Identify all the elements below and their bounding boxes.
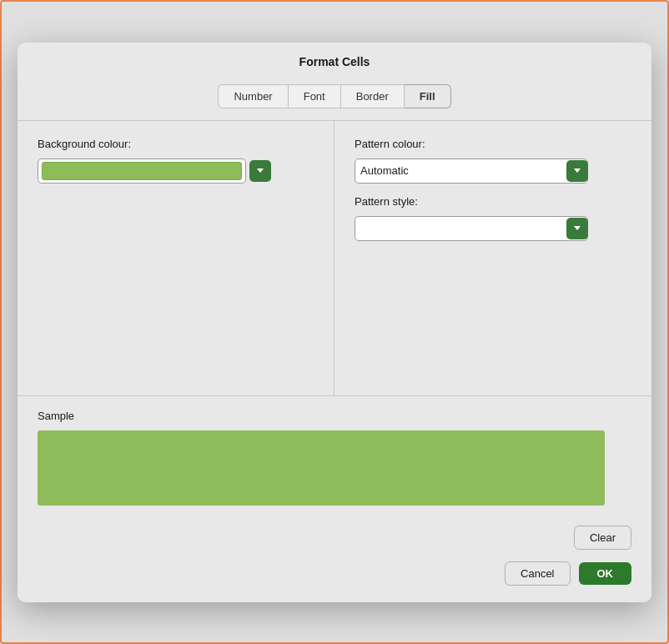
- dialog-titlebar: Format Cells: [18, 43, 651, 78]
- pattern-panel: Pattern colour: Automatic Pattern style:: [334, 121, 651, 395]
- tab-number[interactable]: Number: [218, 84, 288, 108]
- cancel-button[interactable]: Cancel: [505, 561, 570, 586]
- pattern-style-label: Pattern style:: [355, 195, 631, 208]
- tab-font[interactable]: Font: [289, 84, 341, 108]
- pattern-style-dropdown-button[interactable]: [566, 218, 588, 239]
- tab-fill[interactable]: Fill: [405, 84, 451, 108]
- dialog-title: Format Cells: [299, 55, 370, 68]
- color-swatch: [42, 162, 242, 180]
- upper-section: Background colour: Pattern colour:: [18, 120, 651, 395]
- tab-border[interactable]: Border: [341, 84, 405, 108]
- sample-box: [38, 430, 605, 506]
- format-cells-dialog: Format Cells Number Font Border Fill: [18, 43, 651, 602]
- clear-row: Clear: [18, 522, 651, 550]
- chevron-down-icon: [574, 169, 581, 173]
- tabs-row: Number Font Border Fill: [18, 78, 651, 120]
- background-colour-panel: Background colour:: [18, 121, 334, 395]
- sample-label: Sample: [38, 410, 631, 422]
- pattern-colour-value: Automatic: [360, 164, 582, 177]
- pattern-colour-dropdown-button[interactable]: [566, 160, 588, 182]
- sample-section: Sample: [18, 395, 651, 522]
- button-row: Cancel OK: [18, 550, 651, 602]
- background-colour-dropdown: [38, 158, 271, 184]
- background-colour-dropdown-button[interactable]: [249, 160, 271, 182]
- clear-button[interactable]: Clear: [574, 526, 631, 550]
- background-colour-label: Background colour:: [38, 138, 314, 150]
- pattern-colour-dropdown-container[interactable]: Automatic: [355, 158, 588, 184]
- color-swatch-container[interactable]: [38, 158, 246, 184]
- ok-button[interactable]: OK: [579, 562, 632, 585]
- chevron-down-icon: [574, 226, 581, 230]
- chevron-down-icon: [257, 169, 264, 173]
- pattern-style-dropdown-container[interactable]: [355, 216, 588, 241]
- screen-background: Format Cells Number Font Border Fill: [0, 0, 669, 644]
- pattern-colour-label: Pattern colour:: [355, 138, 631, 150]
- dialog-body: Background colour: Pattern colour:: [18, 120, 651, 602]
